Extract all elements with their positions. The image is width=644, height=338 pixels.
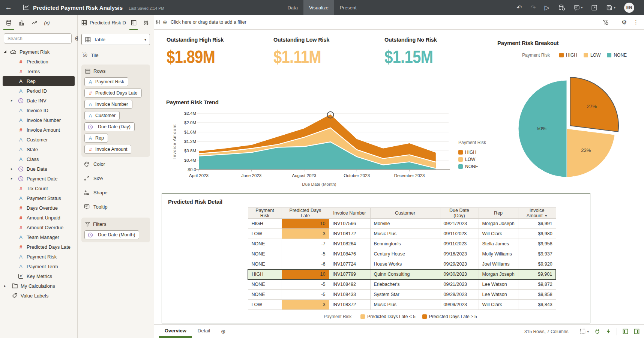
field-invoice-number[interactable]: AInvoice Number: [0, 115, 77, 125]
table-cell[interactable]: -6: [282, 259, 329, 269]
table-cell[interactable]: 3: [282, 229, 329, 239]
pill-customer[interactable]: ACustomer: [84, 111, 120, 120]
table-cell[interactable]: LOW: [248, 300, 282, 310]
kpi-low-risk[interactable]: Outstanding Low Risk $1.11M: [273, 37, 332, 67]
table-cell[interactable]: 09/21/2023: [440, 279, 479, 290]
table-cell[interactable]: Morville: [370, 219, 440, 229]
table-cell[interactable]: INV108492: [329, 279, 370, 290]
table-cell[interactable]: Lee Watson: [479, 279, 518, 290]
field-customer[interactable]: ACustomer: [0, 135, 77, 144]
canvas-tab-detail[interactable]: Detail: [192, 325, 216, 338]
field-predicted-days-late[interactable]: #Predicted Days Late: [0, 242, 77, 252]
collapse-panel-icon[interactable]: [155, 20, 161, 25]
table-cell[interactable]: $9,901: [518, 269, 556, 279]
back-button[interactable]: ←: [0, 0, 17, 15]
table-cell[interactable]: 09/30/2023: [440, 269, 479, 279]
field-terms[interactable]: #Terms: [0, 66, 77, 76]
dataset-root[interactable]: Payment Risk: [0, 47, 77, 57]
table-row[interactable]: HIGH10INV107566Morville09/21/2023Morgan …: [248, 219, 556, 229]
table-row[interactable]: NONE-5INV108476Century House09/16/2023Mo…: [248, 249, 556, 259]
expand-caret-icon[interactable]: ▸: [11, 167, 13, 171]
table-cell[interactable]: INV107566: [329, 219, 370, 229]
tab-visualize[interactable]: Visualize: [303, 0, 334, 15]
table-cell[interactable]: 09/11/2023: [440, 239, 479, 249]
table-cell[interactable]: 09/11/2023: [440, 229, 479, 239]
table-row[interactable]: NONE-5INV108492Erlebacher's09/21/2023Lee…: [248, 279, 556, 290]
table-cell[interactable]: Joel Williams: [479, 259, 518, 269]
kpi-high-risk[interactable]: Outstanding High Risk $1.89M: [167, 37, 225, 67]
save-button[interactable]: ▾: [606, 5, 615, 11]
table-cell[interactable]: HIGH: [248, 269, 282, 279]
refresh-data-button[interactable]: [558, 4, 565, 11]
table-cell[interactable]: INV107799: [329, 269, 370, 279]
viz-name-label[interactable]: Predicted Risk De...: [90, 20, 126, 26]
trend-chart[interactable]: $0.0$0.4M$0.8M$1.2M$1.6M$2.0M$2.4MApril …: [169, 108, 469, 190]
add-canvas-button[interactable]: ⊕: [216, 325, 231, 338]
drop-zone-color[interactable]: Color: [78, 157, 154, 171]
lightning-icon[interactable]: [606, 329, 611, 334]
table-cell[interactable]: Lee Watson: [479, 290, 518, 300]
table-cell[interactable]: -7: [282, 239, 329, 249]
canvas-layout-right-icon[interactable]: [634, 329, 639, 334]
pill-invoice-amount[interactable]: #Invoice Amount: [84, 145, 131, 154]
table-row[interactable]: NONE-7INV108264Bennington's09/11/2023Ste…: [248, 239, 556, 249]
table-cell[interactable]: $9,872: [518, 279, 556, 290]
table-cell[interactable]: Morgan Joseph: [479, 219, 518, 229]
legend-item-low[interactable]: LOW: [458, 156, 486, 163]
table-cell[interactable]: 09/09/2023: [440, 300, 479, 310]
field-rep[interactable]: ARep: [3, 76, 75, 86]
table-cell[interactable]: HIGH: [248, 219, 282, 229]
table-cell[interactable]: 3: [282, 300, 329, 310]
add-filter-target[interactable]: ⊕ Click here or drag data to add a filte…: [163, 19, 602, 25]
table-cell[interactable]: $9,991: [518, 219, 556, 229]
kpi-no-risk[interactable]: Outstanding No Risk $1.15M: [384, 37, 443, 67]
legend-item-none[interactable]: NONE: [607, 53, 627, 58]
table-cell[interactable]: System Star: [370, 290, 440, 300]
field-payment-term[interactable]: APayment Term: [0, 261, 77, 271]
table-cell[interactable]: House Works: [370, 259, 440, 269]
pie-chart[interactable]: 27%23%50%: [510, 72, 623, 185]
expand-caret-icon[interactable]: ▸: [11, 177, 13, 180]
column-header-payment-risk[interactable]: Payment Risk: [248, 208, 282, 219]
field-payment-date[interactable]: ▸Payment Date: [0, 174, 77, 183]
pill-payment-risk[interactable]: APayment Risk: [84, 77, 128, 86]
preview-button[interactable]: ▷: [545, 5, 549, 11]
column-header-invoice-amount[interactable]: Invoice Amount▼: [518, 208, 556, 219]
canvas-layout-left-icon[interactable]: [623, 329, 628, 334]
table-cell[interactable]: NONE: [248, 249, 282, 259]
table-cell[interactable]: Erlebacher's: [370, 279, 440, 290]
table-cell[interactable]: INV108372: [329, 300, 370, 310]
field-payment-risk[interactable]: APayment Risk: [0, 252, 77, 261]
comment-button[interactable]: ▾: [573, 5, 583, 11]
detail-visualization[interactable]: Predicted Risk Detail Payment RiskPredic…: [162, 193, 590, 323]
tab-visualizations[interactable]: [15, 15, 28, 30]
expand-caret-icon[interactable]: ▸: [11, 99, 13, 102]
field-date-inv[interactable]: ▸Date INV: [0, 96, 77, 105]
table-row[interactable]: NONE-5INV108433System Star09/28/2023Lee …: [248, 290, 556, 300]
table-cell[interactable]: INV108476: [329, 249, 370, 259]
open-window-button[interactable]: [591, 5, 597, 11]
table-row[interactable]: HIGH10INV107799Quinn Consulting09/30/202…: [248, 269, 556, 279]
legend-item-high[interactable]: HIGH: [559, 53, 577, 58]
avatar[interactable]: EN: [624, 3, 634, 13]
pill-due-date-day-[interactable]: Due Date (Day): [84, 122, 135, 131]
table-cell[interactable]: Century House: [370, 249, 440, 259]
table-cell[interactable]: INV108172: [329, 229, 370, 239]
tile-row[interactable]: 50 Tile: [78, 50, 154, 61]
table-cell[interactable]: $9,920: [518, 259, 556, 269]
rows-drop-zone[interactable]: Rows APayment Risk#Predicted Days LateAI…: [81, 65, 150, 157]
table-cell[interactable]: 10: [282, 269, 329, 279]
tree-item-my-calculations[interactable]: ▸My Calculations: [0, 281, 77, 291]
tab-analytics[interactable]: [28, 15, 41, 30]
table-cell[interactable]: Will Clark: [479, 229, 518, 239]
field-class[interactable]: AClass: [0, 154, 77, 164]
grid-options-button[interactable]: ▾: [580, 329, 589, 334]
undo-button[interactable]: ↶: [516, 5, 522, 11]
table-cell[interactable]: Bennington's: [370, 239, 440, 249]
table-cell[interactable]: Will Clark: [479, 300, 518, 310]
tab-data-elements[interactable]: [2, 15, 15, 30]
table-cell[interactable]: Music Plus: [370, 229, 440, 239]
table-cell[interactable]: INV108264: [329, 239, 370, 249]
table-cell[interactable]: Quinn Consulting: [370, 269, 440, 279]
search-input[interactable]: [4, 33, 72, 44]
